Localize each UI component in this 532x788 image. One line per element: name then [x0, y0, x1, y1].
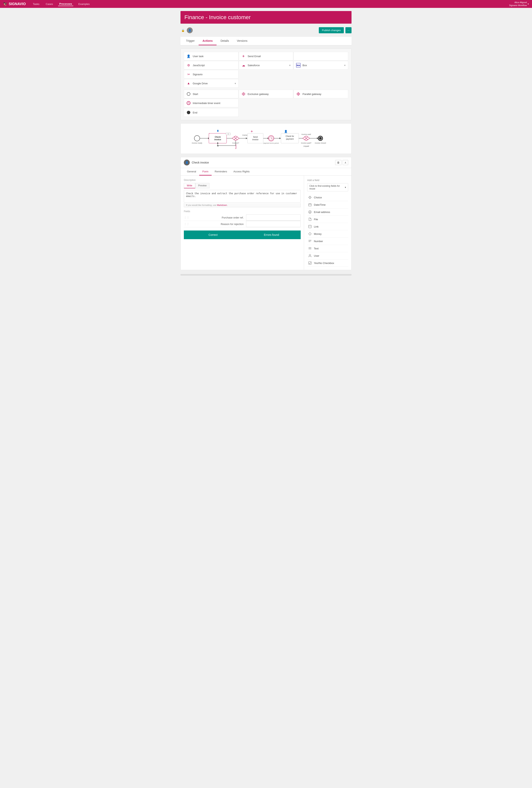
user-name: Alice Allgood [509, 1, 527, 4]
field-type-link[interactable]: Link [307, 223, 348, 230]
drag-handle-2[interactable]: ⋮⋮ [184, 222, 189, 225]
action-send-email-label: Send Email [248, 55, 261, 58]
svg-point-86 [309, 254, 311, 256]
lock-icon: 🔒 [180, 28, 185, 33]
drag-handle-1[interactable]: ⋮⋮ [184, 216, 189, 219]
description-textarea[interactable]: Check the invoice and extract the purcha… [184, 190, 301, 202]
svg-point-62 [319, 137, 322, 140]
action-send-email[interactable]: ✈ Send Email [239, 52, 293, 60]
field-type-datetime[interactable]: Date/Time [307, 201, 348, 209]
action-google-drive-label: Google Drive [193, 82, 208, 85]
gateway-parallel-label: Parallel gateway [302, 93, 321, 96]
more-button[interactable]: ··· [346, 27, 352, 33]
checkbox-icon [308, 261, 312, 265]
section-divider [184, 88, 348, 89]
svg-rect-77 [309, 225, 311, 228]
google-drive-icon: ▲ [186, 81, 191, 85]
action-signavio-label: Signavio [193, 73, 202, 76]
action-box[interactable]: box Box ▾ [294, 61, 348, 70]
task-tab-form[interactable]: Form [199, 168, 212, 176]
parallel-gateway-icon [296, 92, 300, 96]
svg-text:invoice: invoice [252, 138, 258, 141]
svg-rect-14 [209, 133, 226, 143]
chevron-drive-icon: ▾ [235, 82, 236, 85]
field-type-checkbox[interactable]: Yes/No Checkbox [307, 259, 348, 267]
gateway-parallel[interactable]: Parallel gateway [294, 90, 348, 98]
tab-versions[interactable]: Versions [233, 37, 251, 45]
action-javascript[interactable]: ⚙ JavaScript [184, 61, 238, 70]
user-menu[interactable]: Alice Allgood Signavio Workflow ▾ [509, 1, 529, 7]
process-diagram: invoice ready 👤 Check invoice Correct? C… [180, 123, 352, 154]
salesforce-icon: ☁ [241, 63, 246, 67]
write-tab[interactable]: Write [184, 183, 195, 188]
field-value-2[interactable] [246, 221, 301, 227]
tab-trigger[interactable]: Trigger [182, 37, 199, 45]
main-container: Finance - Invoice customer 🔒 👤 Publish c… [177, 8, 355, 279]
field-type-choice[interactable]: Choice [307, 194, 348, 201]
gateway-start-label: Start [193, 93, 198, 96]
nav-cases[interactable]: Cases [44, 2, 54, 6]
field-type-text[interactable]: Text [307, 245, 348, 252]
field-name-1: Purchase order ref. [189, 215, 246, 221]
gateway-row: Start Exclusive gateway Parallel gateway… [184, 90, 348, 107]
action-end[interactable]: End [184, 108, 239, 117]
action-sub-process [294, 52, 348, 60]
field-value-1[interactable] [246, 214, 301, 221]
action-salesforce-label: Salesforce [248, 64, 260, 67]
svg-marker-67 [309, 196, 311, 199]
publish-button[interactable]: Publish changes [319, 27, 344, 33]
field-type-money[interactable]: Money [307, 230, 348, 238]
svg-text:Invoice paid?: Invoice paid? [301, 142, 311, 144]
logo: 🦅 SIGNAVIO [3, 2, 26, 6]
markdown-link[interactable]: Markdown. [217, 204, 228, 206]
nav-examples[interactable]: Examples [77, 2, 91, 6]
action-user-task[interactable]: 👤 User task [184, 52, 238, 60]
datetime-icon [308, 203, 312, 206]
action-end-label: End [193, 111, 197, 114]
gateway-exclusive[interactable]: Exclusive gateway [239, 90, 293, 98]
action-user-task-label: User task [193, 55, 203, 58]
action-box-label: Box [302, 64, 307, 67]
javascript-icon: ⚙ [186, 63, 191, 67]
svg-marker-79 [309, 233, 311, 235]
action-salesforce[interactable]: ☁ Salesforce ▾ [239, 61, 293, 70]
svg-text:✈: ✈ [251, 130, 253, 133]
field-type-file[interactable]: File [307, 216, 348, 223]
preview-tab[interactable]: Preview [195, 183, 210, 188]
field-type-money-label: Money [314, 233, 321, 235]
correct-button[interactable]: Correct [184, 231, 242, 239]
task-tab-access[interactable]: Access Rights [230, 168, 253, 176]
errors-button[interactable]: Errors found [242, 231, 301, 239]
markdown-hint-text: If you would like formatting, use [186, 204, 216, 206]
tab-actions[interactable]: Actions [199, 37, 217, 45]
field-type-user[interactable]: User [307, 252, 348, 259]
exclusive-gateway-icon [241, 92, 246, 96]
action-google-drive[interactable]: ▲ Google Drive ▾ [184, 79, 239, 88]
action-signavio[interactable]: ✂ Signavio [184, 70, 238, 79]
tab-details[interactable]: Details [217, 37, 233, 45]
svg-text:payment terms period: payment terms period [263, 142, 279, 144]
scroll-bar[interactable] [180, 274, 352, 276]
nav-tasks[interactable]: Tasks [32, 2, 41, 6]
end-icon [186, 110, 191, 115]
choice-icon [308, 195, 312, 199]
markdown-hint: If you would like formatting, use Markdo… [184, 203, 301, 207]
field-search-dropdown[interactable]: Click to find existing fields for reuse … [307, 183, 348, 192]
field-type-email[interactable]: @ Email address [307, 209, 348, 216]
task-tab-general[interactable]: General [184, 168, 199, 176]
main-tabs: Trigger Actions Details Versions [180, 37, 352, 45]
field-type-number[interactable]: Number [307, 238, 348, 245]
collapse-task-button[interactable]: ∧ [343, 160, 348, 165]
task-tab-reminders[interactable]: Reminders [212, 168, 230, 176]
gateway-start[interactable]: Start [184, 90, 238, 98]
field-search-text: Click to find existing fields for reuse [309, 184, 345, 190]
nav-processes[interactable]: Processes [58, 2, 73, 6]
field-type-text-label: Text [314, 247, 319, 250]
field-row-1: ⋮⋮ Purchase order ref. [184, 214, 301, 221]
toolbar-right: Publish changes ··· [319, 27, 352, 33]
svg-text:👤: 👤 [217, 130, 219, 132]
delete-task-button[interactable]: 🗑 [335, 160, 341, 165]
svg-point-11 [187, 111, 190, 114]
gateway-timer[interactable]: Intermediate timer event [184, 99, 238, 107]
svg-marker-26 [246, 138, 248, 139]
